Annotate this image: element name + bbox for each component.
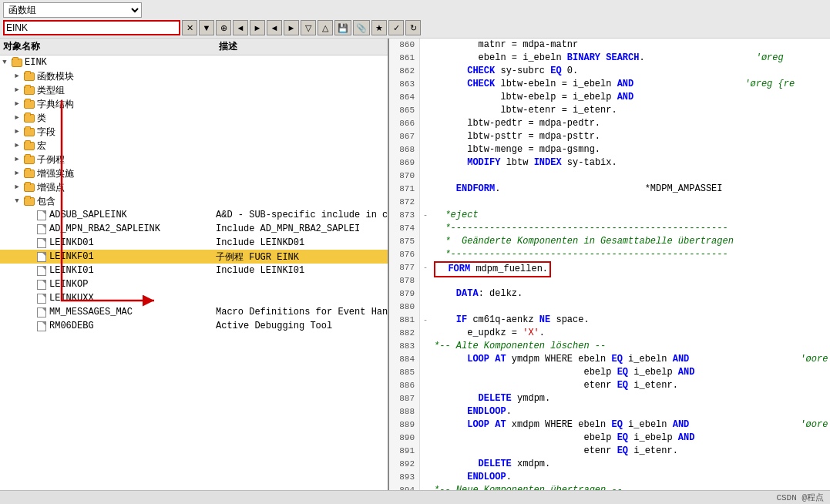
tree-item-leinkTop[interactable]: LEINKOP	[0, 277, 388, 291]
tree-toggle-macro[interactable]: ►	[12, 141, 22, 150]
line-fold-890	[420, 432, 431, 445]
folder-icon-func-module	[23, 70, 35, 82]
save-button[interactable]: 💾	[334, 20, 351, 35]
tree-label-type-group: 类型组	[37, 84, 65, 97]
tree-item-include[interactable]: ▼包含	[0, 194, 388, 208]
line-number-886: 886	[389, 379, 420, 392]
back-button[interactable]: ◄	[233, 20, 248, 35]
forward-button[interactable]: ►	[250, 20, 265, 35]
tree-desc-leinkTop	[216, 278, 388, 291]
line-fold-872	[420, 196, 431, 209]
refresh-button[interactable]: ↻	[405, 20, 421, 35]
line-content-880	[431, 301, 434, 314]
tree-toggle-field[interactable]: ►	[12, 127, 22, 136]
bookmark-button[interactable]: 📎	[353, 20, 370, 35]
tree-toggle-subroutine[interactable]: ►	[12, 155, 22, 164]
tree-toggle-enhance-point[interactable]: ►	[12, 183, 22, 192]
file-icon-leinkd01	[35, 237, 48, 249]
tree-item-field[interactable]: ►字段	[0, 125, 388, 139]
line-number-874: 874	[389, 222, 420, 235]
line-fold-867	[420, 130, 431, 143]
tree-item-subroutine[interactable]: ►子例程	[0, 153, 388, 166]
folder-icon-include	[23, 195, 35, 207]
line-number-881: 881	[389, 314, 420, 327]
tree-item-dict-struct[interactable]: ►字典结构	[0, 97, 388, 111]
line-fold-863	[420, 78, 431, 91]
tree-toggle-class[interactable]: ►	[12, 113, 22, 123]
tree-toggle-eink-root[interactable]: ▼	[0, 58, 9, 67]
search-icon-button[interactable]: ⊕	[216, 20, 231, 35]
tree-item-leinki01[interactable]: LEINKI01Include LEINKI01	[0, 264, 388, 277]
folder-icon-dict-struct	[23, 98, 35, 110]
tree-item-eink-root[interactable]: ▼EINK	[0, 55, 388, 69]
line-fold-891	[420, 445, 431, 458]
tree-toggle-include[interactable]: ▼	[12, 197, 22, 206]
code-line-883: 883*-- Alte Komponenten löschen --	[389, 340, 830, 353]
tree-item-leinkuxx[interactable]: LEINKUXX	[0, 291, 388, 305]
filter-button[interactable]: ▽	[301, 20, 316, 35]
tree-label-field: 字段	[37, 126, 55, 139]
code-area[interactable]: 860 matnr = mdpa-matnr861 ebeln = i_ebel…	[389, 39, 830, 490]
folder-icon-enhance-point	[23, 181, 35, 193]
line-fold-877[interactable]: -	[420, 261, 431, 274]
line-number-867: 867	[389, 130, 420, 143]
code-line-889: 889 LOOP AT xmdpm WHERE ebeln EQ i_ebeln…	[389, 418, 830, 432]
clear-button[interactable]: ✕	[182, 20, 197, 35]
tree-item-type-group[interactable]: ►类型组	[0, 83, 388, 97]
line-content-888: ENDLOOP.	[431, 405, 512, 418]
check-button[interactable]: ✓	[388, 20, 404, 35]
tree-item-leinkf01[interactable]: LEINKF01子例程 FUGR EINK	[0, 250, 388, 264]
line-number-888: 888	[389, 405, 420, 418]
nav-button2[interactable]: ►	[284, 20, 299, 35]
line-fold-873[interactable]: -	[420, 209, 431, 222]
tree-label-leinkuxx: LEINKUXX	[49, 293, 94, 304]
dropdown-button[interactable]: ▼	[199, 20, 214, 35]
tree-desc-subroutine	[216, 153, 388, 166]
tree-item-func-module[interactable]: ►函数模块	[0, 69, 388, 83]
folder-icon-eink-root	[11, 56, 23, 69]
nav-button1[interactable]: ◄	[267, 20, 282, 35]
code-line-875: 875 * Geänderte Komponenten in Gesamttab…	[389, 235, 830, 248]
star-button[interactable]: ★	[371, 20, 387, 35]
tree-item-mm-messages[interactable]: MM_MESSAGES_MACMacro Definitions for Eve…	[0, 305, 388, 319]
line-number-872: 872	[389, 196, 420, 209]
code-line-862: 862 CHECK sy-subrc EQ 0.	[389, 65, 830, 78]
tree-area[interactable]: ▼EINK►函数模块►类型组►字典结构►类►字段►宏►子例程►增强实施►增强点▼…	[0, 55, 388, 490]
line-number-882: 882	[389, 327, 420, 340]
line-content-860: matnr = mdpa-matnr	[431, 39, 578, 52]
tree-item-ad-mpn[interactable]: AD_MPN_RBA2_SAPLEINKInclude AD_MPN_RBA2_…	[0, 222, 388, 236]
tree-item-adsub[interactable]: ADSUB_SAPLEINKA&D - SUB-specific include…	[0, 208, 388, 222]
line-content-866: lbtw-pedtr = mdpa-pedtr.	[431, 117, 600, 130]
search-input[interactable]	[3, 20, 180, 35]
tree-toggle-type-group[interactable]: ►	[12, 86, 22, 95]
code-line-892: 892 DELETE xmdpm.	[389, 458, 830, 471]
sort-button[interactable]: △	[318, 20, 333, 35]
line-content-892: DELETE xmdpm.	[431, 458, 550, 471]
tree-toggle-func-module[interactable]: ►	[12, 72, 22, 81]
tree-item-rm06debg[interactable]: RM06DEBGActive Debugging Tool	[0, 319, 388, 333]
tree-toggle-leinkf01	[25, 252, 34, 261]
tree-toggle-enhance[interactable]: ►	[12, 169, 22, 178]
code-line-894: 894*-- Neue Komponenten übertragen --	[389, 484, 830, 490]
tree-toggle-dict-struct[interactable]: ►	[12, 99, 22, 109]
tree-item-leinkd01[interactable]: LEINKD01Include LEINKD01	[0, 236, 388, 250]
line-fold-868	[420, 143, 431, 156]
object-type-combo[interactable]: 函数组	[3, 2, 142, 18]
line-content-863: CHECK lbtw-ebeln = i_ebeln AND 'øreg {re	[431, 78, 795, 91]
line-fold-881[interactable]: -	[420, 314, 431, 327]
line-content-879: DATA: delkz.	[431, 287, 523, 301]
code-line-874: 874 *-----------------------------------…	[389, 222, 830, 235]
line-content-876: *---------------------------------------…	[431, 248, 728, 261]
line-number-890: 890	[389, 432, 420, 445]
line-fold-887	[420, 392, 431, 405]
tree-item-enhance[interactable]: ►增强实施	[0, 166, 388, 180]
tree-label-class: 类	[37, 112, 46, 125]
tree-label-adsub: ADSUB_SAPLEINK	[49, 210, 127, 220]
line-number-880: 880	[389, 301, 420, 314]
file-icon-mm-messages	[35, 306, 48, 318]
folder-icon-subroutine	[23, 153, 35, 166]
tree-item-enhance-point[interactable]: ►增强点	[0, 180, 388, 194]
tree-item-class[interactable]: ►类	[0, 111, 388, 125]
tree-desc-leinkf01: 子例程 FUGR EINK	[216, 250, 388, 264]
tree-item-macro[interactable]: ►宏	[0, 139, 388, 153]
